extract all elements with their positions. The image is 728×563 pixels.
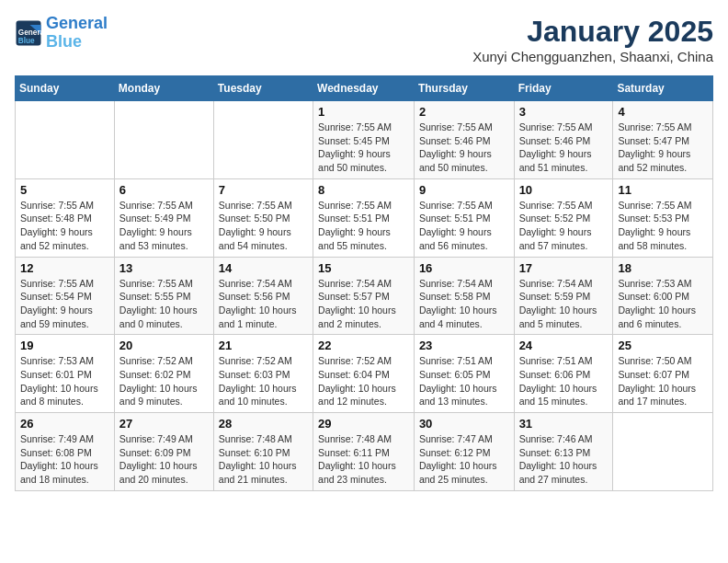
day-info: Sunrise: 7:49 AM Sunset: 6:08 PM Dayligh… [20,432,109,487]
day-cell: 11Sunrise: 7:55 AM Sunset: 5:53 PM Dayli… [613,178,713,257]
day-info: Sunrise: 7:50 AM Sunset: 6:07 PM Dayligh… [618,354,708,408]
day-info: Sunrise: 7:55 AM Sunset: 5:45 PM Dayligh… [318,121,409,175]
day-number: 16 [419,261,509,275]
day-cell: 24Sunrise: 7:51 AM Sunset: 6:06 PM Dayli… [514,335,613,413]
svg-text:Blue: Blue [18,36,35,44]
day-info: Sunrise: 7:54 AM Sunset: 5:58 PM Dayligh… [419,277,509,331]
day-cell: 15Sunrise: 7:54 AM Sunset: 5:57 PM Dayli… [313,257,415,335]
day-number: 17 [519,261,609,275]
weekday-header-wednesday: Wednesday [313,76,415,101]
day-info: Sunrise: 7:52 AM Sunset: 6:04 PM Dayligh… [318,354,409,408]
day-number: 8 [318,183,409,197]
logo-icon: General Blue [15,19,42,47]
weekday-header-saturday: Saturday [613,76,713,101]
day-cell: 9Sunrise: 7:55 AM Sunset: 5:51 PM Daylig… [414,178,514,257]
calendar-table: SundayMondayTuesdayWednesdayThursdayFrid… [15,75,713,491]
day-cell: 28Sunrise: 7:48 AM Sunset: 6:10 PM Dayli… [213,413,313,491]
day-number: 11 [618,183,708,197]
day-number: 1 [318,105,409,119]
day-number: 15 [318,261,409,275]
day-number: 25 [618,339,708,352]
day-cell: 14Sunrise: 7:54 AM Sunset: 5:56 PM Dayli… [213,257,313,335]
day-info: Sunrise: 7:55 AM Sunset: 5:48 PM Dayligh… [20,199,109,253]
day-cell: 1Sunrise: 7:55 AM Sunset: 5:45 PM Daylig… [313,101,415,179]
day-number: 23 [419,339,509,352]
day-number: 28 [219,417,308,431]
day-number: 5 [20,183,109,197]
day-cell: 29Sunrise: 7:48 AM Sunset: 6:11 PM Dayli… [313,413,415,491]
day-info: Sunrise: 7:55 AM Sunset: 5:46 PM Dayligh… [519,121,609,175]
weekday-header-monday: Monday [114,76,213,101]
day-number: 13 [119,261,209,275]
day-number: 14 [219,261,308,275]
day-cell: 7Sunrise: 7:55 AM Sunset: 5:50 PM Daylig… [213,178,313,257]
week-row-4: 19Sunrise: 7:53 AM Sunset: 6:01 PM Dayli… [16,335,713,413]
day-info: Sunrise: 7:54 AM Sunset: 5:59 PM Dayligh… [519,277,609,331]
day-cell [213,101,313,179]
week-row-2: 5Sunrise: 7:55 AM Sunset: 5:48 PM Daylig… [16,178,713,257]
weekday-header-row: SundayMondayTuesdayWednesdayThursdayFrid… [16,76,713,101]
svg-text:General: General [18,28,42,36]
day-cell: 13Sunrise: 7:55 AM Sunset: 5:55 PM Dayli… [114,257,213,335]
calendar-subtitle: Xunyi Chengguanzhen, Shaanxi, China [472,49,713,64]
day-cell: 21Sunrise: 7:52 AM Sunset: 6:03 PM Dayli… [213,335,313,413]
day-number: 20 [119,339,209,352]
day-info: Sunrise: 7:51 AM Sunset: 6:06 PM Dayligh… [519,354,609,408]
day-info: Sunrise: 7:47 AM Sunset: 6:12 PM Dayligh… [419,432,509,487]
day-info: Sunrise: 7:55 AM Sunset: 5:46 PM Dayligh… [419,121,509,175]
day-info: Sunrise: 7:55 AM Sunset: 5:50 PM Dayligh… [219,199,308,253]
day-number: 9 [419,183,509,197]
day-info: Sunrise: 7:48 AM Sunset: 6:11 PM Dayligh… [318,432,409,487]
day-cell: 27Sunrise: 7:49 AM Sunset: 6:09 PM Dayli… [114,413,213,491]
day-cell: 3Sunrise: 7:55 AM Sunset: 5:46 PM Daylig… [514,101,613,179]
day-info: Sunrise: 7:55 AM Sunset: 5:51 PM Dayligh… [318,199,409,253]
day-info: Sunrise: 7:55 AM Sunset: 5:53 PM Dayligh… [618,199,708,253]
day-number: 30 [419,417,509,431]
logo-text: GeneralBlue [46,15,108,52]
day-number: 3 [519,105,609,119]
day-cell [114,101,213,179]
day-number: 22 [318,339,409,352]
day-info: Sunrise: 7:52 AM Sunset: 6:02 PM Dayligh… [119,354,209,408]
day-cell: 8Sunrise: 7:55 AM Sunset: 5:51 PM Daylig… [313,178,415,257]
weekday-header-thursday: Thursday [414,76,514,101]
day-info: Sunrise: 7:46 AM Sunset: 6:13 PM Dayligh… [519,432,609,487]
week-row-1: 1Sunrise: 7:55 AM Sunset: 5:45 PM Daylig… [16,101,713,179]
day-number: 4 [618,105,708,119]
day-cell [613,413,713,491]
day-info: Sunrise: 7:48 AM Sunset: 6:10 PM Dayligh… [219,432,308,487]
day-info: Sunrise: 7:55 AM Sunset: 5:51 PM Dayligh… [419,199,509,253]
day-cell [16,101,115,179]
title-block: January 2025 Xunyi Chengguanzhen, Shaanx… [472,15,713,64]
weekday-header-friday: Friday [514,76,613,101]
day-cell: 2Sunrise: 7:55 AM Sunset: 5:46 PM Daylig… [414,101,514,179]
day-info: Sunrise: 7:53 AM Sunset: 6:01 PM Dayligh… [20,354,109,408]
day-number: 29 [318,417,409,431]
day-cell: 5Sunrise: 7:55 AM Sunset: 5:48 PM Daylig… [16,178,115,257]
day-number: 19 [20,339,109,352]
day-cell: 17Sunrise: 7:54 AM Sunset: 5:59 PM Dayli… [514,257,613,335]
weekday-header-sunday: Sunday [16,76,115,101]
day-number: 18 [618,261,708,275]
day-info: Sunrise: 7:54 AM Sunset: 5:56 PM Dayligh… [219,277,308,331]
day-cell: 10Sunrise: 7:55 AM Sunset: 5:52 PM Dayli… [514,178,613,257]
day-info: Sunrise: 7:54 AM Sunset: 5:57 PM Dayligh… [318,277,409,331]
calendar-title: January 2025 [472,15,713,49]
day-info: Sunrise: 7:51 AM Sunset: 6:05 PM Dayligh… [419,354,509,408]
day-cell: 19Sunrise: 7:53 AM Sunset: 6:01 PM Dayli… [16,335,115,413]
day-info: Sunrise: 7:52 AM Sunset: 6:03 PM Dayligh… [219,354,308,408]
day-info: Sunrise: 7:55 AM Sunset: 5:55 PM Dayligh… [119,277,209,331]
day-cell: 22Sunrise: 7:52 AM Sunset: 6:04 PM Dayli… [313,335,415,413]
day-cell: 18Sunrise: 7:53 AM Sunset: 6:00 PM Dayli… [613,257,713,335]
logo: General Blue GeneralBlue [15,15,108,52]
day-cell: 12Sunrise: 7:55 AM Sunset: 5:54 PM Dayli… [16,257,115,335]
day-info: Sunrise: 7:55 AM Sunset: 5:49 PM Dayligh… [119,199,209,253]
day-number: 27 [119,417,209,431]
week-row-3: 12Sunrise: 7:55 AM Sunset: 5:54 PM Dayli… [16,257,713,335]
day-cell: 25Sunrise: 7:50 AM Sunset: 6:07 PM Dayli… [613,335,713,413]
day-number: 24 [519,339,609,352]
day-number: 10 [519,183,609,197]
day-number: 26 [20,417,109,431]
week-row-5: 26Sunrise: 7:49 AM Sunset: 6:08 PM Dayli… [16,413,713,491]
day-cell: 31Sunrise: 7:46 AM Sunset: 6:13 PM Dayli… [514,413,613,491]
